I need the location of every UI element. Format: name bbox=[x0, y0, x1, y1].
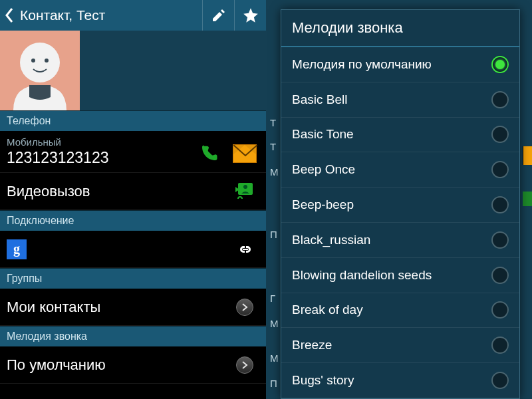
svg-point-5 bbox=[243, 185, 247, 189]
edit-button[interactable] bbox=[202, 0, 234, 31]
groups-row[interactable]: Мои контакты bbox=[0, 289, 266, 326]
phone-row[interactable]: Мобильный 123123123123 bbox=[0, 131, 266, 173]
ringtone-label: Beep-beep bbox=[292, 198, 354, 212]
ringtone-label: Breeze bbox=[292, 338, 332, 352]
radio-icon bbox=[491, 267, 509, 284]
ringtone-option[interactable]: Break of day bbox=[281, 293, 519, 329]
google-icon: g bbox=[7, 239, 27, 259]
ringtone-label: Beep Once bbox=[292, 162, 355, 177]
sms-button[interactable] bbox=[230, 140, 259, 167]
ringtone-chevron bbox=[230, 352, 259, 378]
section-phone: Телефон bbox=[0, 110, 266, 131]
radio-icon bbox=[491, 56, 509, 73]
ringtone-label: Basic Bell bbox=[292, 92, 347, 107]
radio-icon bbox=[491, 161, 509, 178]
call-button[interactable] bbox=[194, 140, 223, 167]
section-groups: Группы bbox=[0, 268, 266, 289]
video-call-label: Видеовызов bbox=[7, 183, 230, 200]
ringtone-label: Bugs' story bbox=[292, 373, 354, 388]
contact-avatar[interactable] bbox=[0, 31, 80, 110]
peek-video-icon bbox=[523, 192, 532, 206]
ringtone-option[interactable]: Мелодия по умолчанию bbox=[281, 47, 519, 82]
header-bar: Контакт, Тест bbox=[0, 0, 266, 31]
ringtone-option[interactable]: Basic Tone bbox=[281, 118, 519, 153]
ringtone-option[interactable]: Breeze bbox=[281, 328, 519, 363]
phone-type-label: Мобильный bbox=[7, 136, 109, 148]
link-icon bbox=[230, 236, 259, 263]
radio-icon bbox=[491, 372, 509, 389]
back-button[interactable] bbox=[0, 7, 20, 23]
radio-icon bbox=[491, 91, 509, 108]
section-ringtone: Мелодия звонка bbox=[0, 326, 266, 346]
ringtone-label: Мелодия по умолчанию bbox=[292, 57, 432, 72]
ringtone-picker-screen: ТТМПГММП Мелодии звонка Мелодия по умолч… bbox=[266, 0, 532, 399]
radio-icon bbox=[491, 231, 509, 249]
ringtone-value: По умолчанию bbox=[7, 356, 230, 374]
radio-icon bbox=[491, 336, 509, 354]
peek-sms-icon bbox=[523, 146, 532, 165]
video-call-icon bbox=[230, 178, 259, 205]
ringtone-option[interactable]: Basic Bell bbox=[281, 82, 519, 118]
groups-value: Мои контакты bbox=[7, 299, 230, 316]
ringtone-row[interactable]: По умолчанию bbox=[0, 346, 266, 384]
contact-name: Контакт, Тест bbox=[20, 7, 202, 23]
svg-point-3 bbox=[45, 59, 49, 63]
ringtone-label: Basic Tone bbox=[292, 127, 354, 142]
radio-icon bbox=[491, 196, 509, 213]
avatar-row bbox=[0, 31, 266, 110]
contact-detail-screen: Контакт, Тест Телефон Мобильный bbox=[0, 0, 266, 399]
section-connection: Подключение bbox=[0, 210, 266, 231]
connection-row[interactable]: g bbox=[0, 231, 266, 268]
favorite-button[interactable] bbox=[234, 0, 266, 31]
radio-icon bbox=[491, 126, 509, 143]
ringtone-label: Blowing dandelion seeds bbox=[292, 268, 432, 283]
phone-number: 123123123123 bbox=[7, 149, 109, 167]
svg-point-2 bbox=[31, 59, 35, 63]
ringtone-label: Black_russian bbox=[292, 233, 370, 247]
dialog-title: Мелодии звонка bbox=[281, 10, 519, 47]
envelope-icon bbox=[233, 144, 257, 163]
ringtone-option[interactable]: Black_russian bbox=[281, 223, 519, 258]
ringtone-option[interactable]: Beep Once bbox=[281, 152, 519, 188]
ringtone-option[interactable]: Beep-beep bbox=[281, 188, 519, 223]
svg-point-1 bbox=[20, 43, 60, 82]
ringtone-option[interactable]: Bugs' story bbox=[281, 363, 519, 398]
radio-icon bbox=[491, 301, 509, 319]
ringtone-option[interactable]: Blowing dandelion seeds bbox=[281, 258, 519, 293]
ringtone-label: Break of day bbox=[292, 303, 363, 317]
ringtone-list: Мелодия по умолчаниюBasic BellBasic Tone… bbox=[281, 47, 519, 398]
video-call-row[interactable]: Видеовызов bbox=[0, 173, 266, 210]
groups-chevron bbox=[230, 294, 259, 321]
ringtone-dialog: Мелодии звонка Мелодия по умолчаниюBasic… bbox=[281, 9, 520, 399]
